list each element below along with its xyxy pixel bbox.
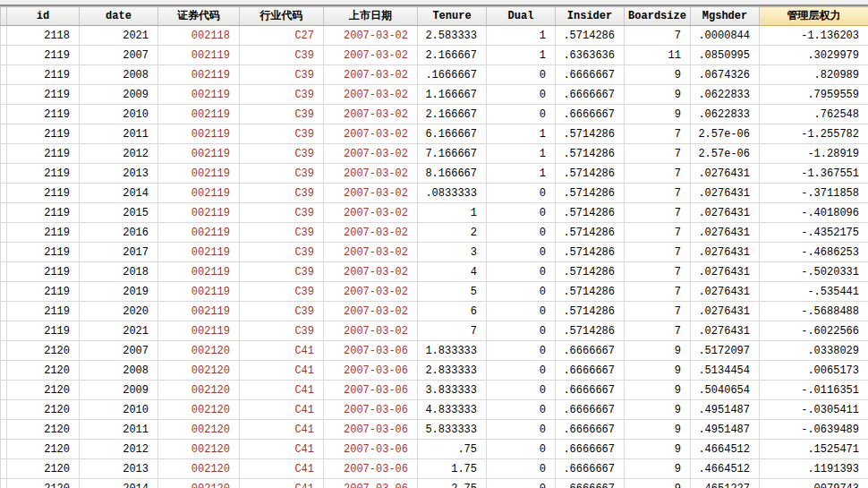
cell-mgshder[interactable]: .5172097 (691, 341, 760, 361)
cell-boardsize[interactable]: 9 (625, 400, 691, 420)
cell-insider[interactable]: .6666667 (556, 440, 625, 459)
cell-id[interactable]: 2120 (7, 381, 80, 400)
cell-boardsize[interactable]: 7 (625, 302, 691, 321)
column-header-mgshder[interactable]: Mgshder (691, 7, 760, 26)
cell-id[interactable]: 2119 (7, 105, 80, 124)
cell-tenure[interactable]: 1.166667 (418, 85, 487, 105)
cell-stock_code[interactable]: 002120 (158, 420, 240, 440)
cell-listing_date[interactable]: 2007-03-02 (324, 302, 418, 321)
cell-id[interactable]: 2119 (7, 282, 80, 302)
cell-listing_date[interactable]: 2007-03-02 (324, 124, 418, 144)
cell-tenure[interactable]: 2.166667 (418, 105, 487, 124)
cell-date[interactable]: 2017 (80, 243, 158, 262)
cell-tenure[interactable]: 4 (418, 262, 487, 282)
cell-id[interactable]: 2119 (7, 321, 80, 341)
cell-boardsize[interactable]: 9 (625, 85, 691, 105)
cell-listing_date[interactable]: 2007-03-06 (324, 479, 418, 488)
cell-tenure[interactable]: 7.166667 (418, 144, 487, 164)
cell-boardsize[interactable]: 9 (625, 459, 691, 479)
cell-date[interactable]: 2021 (80, 26, 158, 46)
cell-boardsize[interactable]: 7 (625, 164, 691, 184)
cell-insider[interactable]: .5714286 (556, 203, 625, 223)
cell-stock_code[interactable]: 002120 (158, 361, 240, 381)
cell-tenure[interactable]: 4.833333 (418, 400, 487, 420)
column-header-boardsize[interactable]: Boardsize (625, 7, 691, 26)
cell-dual[interactable]: 1 (487, 144, 556, 164)
cell-listing_date[interactable]: 2007-03-06 (324, 341, 418, 361)
cell-mgshder[interactable]: .0622833 (691, 85, 760, 105)
cell-mgmt_power[interactable]: .1191393 (760, 459, 868, 479)
cell-stock_code[interactable]: 002119 (158, 65, 240, 85)
cell-industry_code[interactable]: C39 (240, 85, 324, 105)
cell-mgshder[interactable]: .5040654 (691, 381, 760, 400)
cell-listing_date[interactable]: 2007-03-06 (324, 420, 418, 440)
cell-stock_code[interactable]: 002119 (158, 223, 240, 243)
cell-id[interactable]: 2119 (7, 262, 80, 282)
cell-date[interactable]: 2014 (80, 184, 158, 203)
cell-id[interactable]: 2120 (7, 420, 80, 440)
cell-id[interactable]: 2120 (7, 440, 80, 459)
cell-id[interactable]: 2119 (7, 46, 80, 65)
cell-stock_code[interactable]: 002119 (158, 321, 240, 341)
cell-stock_code[interactable]: 002119 (158, 105, 240, 124)
cell-boardsize[interactable]: 9 (625, 105, 691, 124)
cell-tenure[interactable]: 5.833333 (418, 420, 487, 440)
cell-mgmt_power[interactable]: -1.367551 (760, 164, 868, 184)
cell-dual[interactable]: 1 (487, 164, 556, 184)
cell-id[interactable]: 2119 (7, 302, 80, 321)
cell-listing_date[interactable]: 2007-03-02 (324, 243, 418, 262)
cell-tenure[interactable]: 2 (418, 223, 487, 243)
cell-insider[interactable]: .5714286 (556, 243, 625, 262)
cell-industry_code[interactable]: C39 (240, 282, 324, 302)
cell-stock_code[interactable]: 002119 (158, 164, 240, 184)
cell-tenure[interactable]: 7 (418, 321, 487, 341)
cell-boardsize[interactable]: 7 (625, 243, 691, 262)
cell-industry_code[interactable]: C39 (240, 184, 324, 203)
cell-mgmt_power[interactable]: -1.255782 (760, 124, 868, 144)
cell-insider[interactable]: .6666667 (556, 341, 625, 361)
cell-mgmt_power[interactable]: .0079743 (760, 479, 868, 488)
cell-id[interactable]: 2120 (7, 479, 80, 488)
cell-dual[interactable]: 0 (487, 302, 556, 321)
cell-stock_code[interactable]: 002119 (158, 85, 240, 105)
cell-insider[interactable]: .5714286 (556, 164, 625, 184)
cell-listing_date[interactable]: 2007-03-06 (324, 440, 418, 459)
cell-id[interactable]: 2119 (7, 223, 80, 243)
cell-date[interactable]: 2012 (80, 440, 158, 459)
column-header-mgmt-power[interactable]: 管理层权力 (760, 7, 868, 26)
cell-listing_date[interactable]: 2007-03-02 (324, 184, 418, 203)
cell-stock_code[interactable]: 002118 (158, 26, 240, 46)
cell-date[interactable]: 2008 (80, 65, 158, 85)
column-header-stock-code[interactable]: 证券代码 (158, 7, 240, 26)
cell-insider[interactable]: .6363636 (556, 46, 625, 65)
column-header-listing-date[interactable]: 上市日期 (324, 7, 418, 26)
cell-mgshder[interactable]: .4664512 (691, 459, 760, 479)
cell-mgshder[interactable]: .5134454 (691, 361, 760, 381)
cell-dual[interactable]: 0 (487, 440, 556, 459)
cell-listing_date[interactable]: 2007-03-02 (324, 223, 418, 243)
cell-insider[interactable]: .6666667 (556, 65, 625, 85)
cell-boardsize[interactable]: 7 (625, 184, 691, 203)
cell-stock_code[interactable]: 002119 (158, 184, 240, 203)
cell-boardsize[interactable]: 9 (625, 65, 691, 85)
cell-tenure[interactable]: 1.75 (418, 459, 487, 479)
cell-industry_code[interactable]: C39 (240, 243, 324, 262)
cell-date[interactable]: 2012 (80, 144, 158, 164)
cell-tenure[interactable]: 1.833333 (418, 341, 487, 361)
cell-dual[interactable]: 0 (487, 184, 556, 203)
cell-mgmt_power[interactable]: -.4686253 (760, 243, 868, 262)
column-header-tenure[interactable]: Tenure (418, 7, 487, 26)
cell-boardsize[interactable]: 9 (625, 341, 691, 361)
cell-tenure[interactable]: .0833333 (418, 184, 487, 203)
cell-id[interactable]: 2119 (7, 85, 80, 105)
cell-stock_code[interactable]: 002119 (158, 282, 240, 302)
cell-id[interactable]: 2118 (7, 26, 80, 46)
cell-listing_date[interactable]: 2007-03-02 (324, 105, 418, 124)
column-header-id[interactable]: id (7, 7, 80, 26)
cell-insider[interactable]: .6666667 (556, 459, 625, 479)
cell-mgshder[interactable]: .0276431 (691, 262, 760, 282)
cell-dual[interactable]: 0 (487, 223, 556, 243)
cell-tenure[interactable]: 2.166667 (418, 46, 487, 65)
cell-insider[interactable]: .6666667 (556, 479, 625, 488)
cell-insider[interactable]: .5714286 (556, 302, 625, 321)
